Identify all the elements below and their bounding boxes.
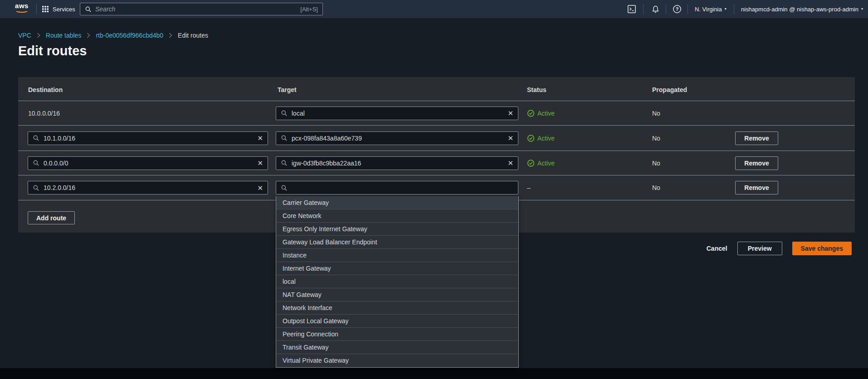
remove-route-button[interactable]: Remove	[735, 181, 778, 194]
chevron-right-icon	[169, 33, 172, 38]
dropdown-item[interactable]: Virtual Private Gateway	[276, 354, 518, 367]
account-menu[interactable]: nishapmcd-admin @ nishap-aws-prod-admin …	[741, 0, 863, 18]
svg-text:?: ?	[676, 6, 679, 12]
search-icon	[281, 110, 288, 117]
breadcrumb: VPC Route tables rtb-0e0056df966cbd4b0 E…	[18, 32, 208, 39]
target-field[interactable]	[292, 110, 501, 117]
dropdown-item[interactable]: Transit Gateway	[276, 341, 518, 354]
services-label: Services	[53, 6, 75, 13]
status-check-circle-icon	[527, 109, 535, 117]
topbar-divider	[666, 4, 666, 14]
status-check-circle-icon	[527, 159, 535, 167]
status-text: Active	[537, 135, 555, 142]
clear-icon[interactable]: ✕	[505, 160, 513, 166]
search-shortcut-hint: [Alt+S]	[300, 6, 318, 13]
destination-input-row4[interactable]: ✕	[28, 181, 268, 194]
destination-field[interactable]	[44, 184, 250, 191]
region-selector[interactable]: N. Virginia ▾	[695, 0, 727, 18]
route-row-3: ✕ ✕ Active No Remove	[18, 151, 855, 175]
search-icon	[85, 6, 92, 13]
dropdown-item[interactable]: Instance	[276, 249, 518, 262]
preview-button[interactable]: Preview	[737, 242, 782, 255]
services-menu[interactable]: Services	[42, 0, 75, 18]
status-cell: Active	[527, 159, 555, 167]
destination-field[interactable]	[44, 135, 250, 142]
target-type-dropdown: Carrier Gateway Core Network Egress Only…	[276, 196, 519, 368]
status-cell: Active	[527, 109, 555, 117]
propagated-cell: No	[652, 184, 660, 191]
clear-icon[interactable]: ✕	[254, 135, 263, 141]
caret-down-icon: ▾	[861, 7, 863, 11]
dropdown-item[interactable]: Outpost Local Gateway	[276, 315, 518, 328]
page-title: Edit routes	[18, 44, 87, 58]
target-input-row1[interactable]: ✕	[276, 107, 518, 120]
target-input-row3[interactable]: ✕	[276, 156, 518, 170]
save-changes-button[interactable]: Save changes	[792, 242, 852, 255]
search-icon	[33, 160, 39, 166]
chevron-right-icon	[87, 33, 90, 38]
topbar-divider	[643, 4, 644, 14]
target-input-row2[interactable]: ✕	[276, 131, 518, 145]
dropdown-item[interactable]: Gateway Load Balancer Endpoint	[276, 236, 518, 249]
destination-field[interactable]	[44, 160, 250, 167]
cloudshell-button[interactable]	[625, 0, 639, 18]
help-button[interactable]: ?	[670, 0, 684, 18]
destination-input-row2[interactable]: ✕	[28, 131, 268, 145]
top-navigation-bar: aws Services [Alt+S]	[0, 0, 868, 18]
bottom-strip	[0, 368, 868, 379]
clear-icon[interactable]: ✕	[254, 160, 263, 166]
dropdown-item[interactable]: Egress Only Internet Gateway	[276, 223, 518, 236]
status-text: Active	[537, 110, 555, 117]
topbar-divider	[688, 4, 688, 14]
target-field[interactable]	[292, 184, 513, 191]
search-icon	[33, 185, 39, 191]
status-cell: –	[527, 184, 531, 191]
status-check-circle-icon	[527, 134, 535, 142]
table-header-row: Destination Target Status Propagated	[18, 77, 855, 101]
services-grid-icon	[42, 5, 49, 13]
target-input-row4[interactable]	[276, 181, 518, 194]
form-actions: Cancel Preview Save changes	[707, 242, 852, 255]
propagated-cell: No	[652, 160, 660, 167]
destination-value: 10.0.0.0/16	[28, 110, 60, 117]
status-cell: Active	[527, 134, 555, 142]
dropdown-item[interactable]: Carrier Gateway	[276, 196, 518, 209]
notifications-bell-button[interactable]	[649, 0, 662, 18]
topbar-divider	[36, 4, 37, 14]
propagated-cell: No	[652, 135, 660, 142]
breadcrumb-current: Edit routes	[178, 32, 208, 39]
caret-down-icon: ▾	[725, 7, 727, 11]
dropdown-item[interactable]: Internet Gateway	[276, 262, 518, 275]
target-field[interactable]	[292, 160, 501, 167]
target-field[interactable]	[292, 135, 501, 142]
clear-icon[interactable]: ✕	[505, 110, 513, 117]
account-label: nishapmcd-admin @ nishap-aws-prod-admin	[741, 6, 858, 13]
aws-logo[interactable]: aws	[13, 3, 31, 13]
dropdown-item[interactable]: Peering Connection	[276, 328, 518, 341]
dropdown-item[interactable]: local	[276, 275, 518, 288]
dropdown-item[interactable]: NAT Gateway	[276, 288, 518, 301]
search-icon	[281, 185, 288, 191]
status-text: Active	[537, 160, 555, 167]
breadcrumb-vpc[interactable]: VPC	[18, 32, 31, 39]
header-target: Target	[278, 86, 297, 93]
search-input[interactable]	[95, 5, 297, 13]
add-route-button[interactable]: Add route	[28, 211, 75, 224]
breadcrumb-route-table-id[interactable]: rtb-0e0056df966cbd4b0	[96, 32, 163, 39]
header-destination: Destination	[28, 86, 63, 93]
topbar-divider	[734, 4, 734, 14]
chevron-right-icon	[37, 33, 40, 38]
breadcrumb-route-tables[interactable]: Route tables	[46, 32, 82, 39]
clear-icon[interactable]: ✕	[254, 185, 263, 191]
dropdown-item[interactable]: Core Network	[276, 209, 518, 223]
search-icon	[33, 135, 39, 141]
aws-logo-text: aws	[13, 3, 31, 9]
cancel-button[interactable]: Cancel	[707, 245, 727, 252]
global-search[interactable]: [Alt+S]	[80, 3, 323, 15]
region-label: N. Virginia	[695, 6, 722, 13]
remove-route-button[interactable]: Remove	[735, 156, 778, 170]
dropdown-item[interactable]: Network Interface	[276, 301, 518, 315]
destination-input-row3[interactable]: ✕	[28, 156, 268, 170]
remove-route-button[interactable]: Remove	[735, 131, 778, 145]
clear-icon[interactable]: ✕	[505, 135, 513, 141]
